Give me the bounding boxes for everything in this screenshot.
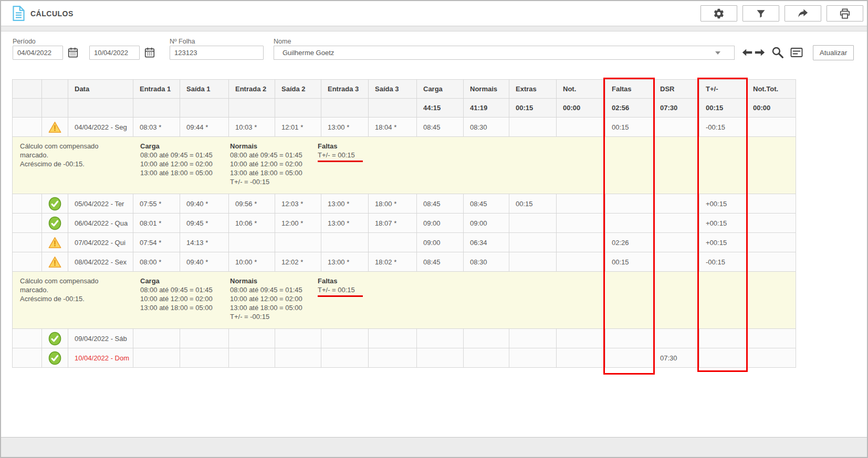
folha-label: Nº Folha xyxy=(170,38,195,45)
date-start-input[interactable] xyxy=(13,46,63,60)
page-title: CÁLCULOS xyxy=(30,9,74,18)
col-header-normais: Normais xyxy=(464,80,509,99)
detail-note: Cálculo com compensado marcado. Acréscim… xyxy=(20,142,110,168)
col-header-carga: Carga xyxy=(417,80,464,99)
col-header-saida3: Saída 3 xyxy=(369,80,417,99)
settings-button[interactable] xyxy=(700,5,737,22)
table-row: 08/04/2022 - Sex 08:00 * 09:40 * 10:00 *… xyxy=(13,252,796,272)
timesheet-table: Data Entrada 1 Saída 1 Entrada 2 Saída 2… xyxy=(12,79,796,368)
atualizar-button[interactable]: Atualizar xyxy=(813,45,854,60)
date-cell: 06/04/2022 - Qua xyxy=(68,214,133,233)
total-cell: 00:00 xyxy=(557,99,605,118)
chevron-down-icon xyxy=(715,51,720,55)
funnel-icon xyxy=(756,8,766,19)
col-header-entrada1: Entrada 1 xyxy=(133,80,180,99)
total-cell: 41:19 xyxy=(464,99,509,118)
printer-icon xyxy=(839,8,851,19)
total-cell xyxy=(321,99,369,118)
calculation-detail-row: Cálculo com compensado marcado. Acréscim… xyxy=(13,272,796,329)
date-cell: 05/04/2022 - Ter xyxy=(68,194,133,214)
detail-normais: Normais 08:00 até 09:45 = 01:45 10:00 at… xyxy=(230,142,302,186)
red-underline xyxy=(318,161,363,162)
col-header-status xyxy=(42,80,68,99)
col-header-dsr: DSR xyxy=(654,80,699,99)
calculation-detail-row: Cálculo com compensado marcado. Acréscim… xyxy=(13,137,796,194)
col-header-extras: Extras xyxy=(509,80,557,99)
total-cell: 00:15 xyxy=(509,99,557,118)
table-row: 09/04/2022 - Sáb xyxy=(13,329,796,348)
total-cell xyxy=(133,99,180,118)
warning-icon[interactable] xyxy=(42,256,68,268)
date-cell: 10/04/2022 - Dom xyxy=(68,348,133,368)
detail-carga: Carga 08:00 até 09:45 = 01:45 10:00 até … xyxy=(140,276,213,312)
success-icon[interactable] xyxy=(42,216,68,230)
nome-label: Nome xyxy=(274,38,291,45)
total-cell: 00:15 xyxy=(699,99,747,118)
date-cell: 08/04/2022 - Sex xyxy=(68,252,133,272)
detail-faltas: Faltas T+/- = 00:15 xyxy=(318,276,363,297)
col-header-select xyxy=(13,80,42,99)
total-cell: 02:56 xyxy=(605,99,654,118)
calendar-icon[interactable] xyxy=(67,47,79,58)
table-row: 07/04/2022 - Qui 07:54 * 14:13 * 09:00 0… xyxy=(13,233,796,252)
folha-input[interactable] xyxy=(170,46,264,60)
table-row: 10/04/2022 - Dom 07:30 xyxy=(13,348,796,368)
print-button[interactable] xyxy=(827,5,863,22)
top-bar: CÁLCULOS xyxy=(1,1,867,26)
date-cell: 09/04/2022 - Sáb xyxy=(68,329,133,348)
col-header-saida2: Saída 2 xyxy=(275,80,321,99)
total-cell xyxy=(229,99,275,118)
filter-button[interactable] xyxy=(742,5,779,22)
red-underline xyxy=(318,295,363,297)
totals-row: 44:15 41:19 00:15 00:00 02:56 07:30 00:1… xyxy=(13,99,796,118)
periodo-label: Período xyxy=(13,38,36,45)
success-icon[interactable] xyxy=(42,351,68,365)
list-view-icon[interactable] xyxy=(790,46,803,59)
search-icon[interactable] xyxy=(771,46,784,59)
col-header-entrada3: Entrada 3 xyxy=(321,80,369,99)
total-cell: 07:30 xyxy=(654,99,699,118)
col-header-not: Not. xyxy=(557,80,605,99)
table-row: 05/04/2022 - Ter 07:55 * 09:40 * 09:56 *… xyxy=(13,194,796,214)
previous-arrow-icon[interactable] xyxy=(741,46,753,59)
warning-icon[interactable] xyxy=(42,121,68,133)
success-icon[interactable] xyxy=(42,332,68,346)
main-panel: Período Nº Folha Nome Guilherme Goetz At… xyxy=(1,31,867,438)
col-header-tplus: T+/- xyxy=(699,80,747,99)
date-cell: 04/04/2022 - Seg xyxy=(68,118,133,137)
forward-arrow-icon xyxy=(797,8,809,19)
total-cell xyxy=(275,99,321,118)
calendar-icon[interactable] xyxy=(144,47,155,58)
col-header-nottot: Not.Tot. xyxy=(747,80,796,99)
export-button[interactable] xyxy=(785,5,821,22)
warning-icon[interactable] xyxy=(42,237,68,249)
date-cell: 07/04/2022 - Qui xyxy=(68,233,133,252)
success-icon[interactable] xyxy=(42,197,68,211)
col-header-saida1: Saída 1 xyxy=(180,80,229,99)
date-end-input[interactable] xyxy=(89,46,140,60)
detail-normais: Normais 08:00 até 09:45 = 01:45 10:00 at… xyxy=(230,276,302,321)
header-row: Data Entrada 1 Saída 1 Entrada 2 Saída 2… xyxy=(13,80,796,99)
nome-selected-value: Guilherme Goetz xyxy=(283,49,715,57)
col-header-faltas: Faltas xyxy=(605,80,654,99)
col-header-entrada2: Entrada 2 xyxy=(229,80,275,99)
gear-icon xyxy=(713,8,725,19)
table-row: 06/04/2022 - Qua 08:01 * 09:45 * 10:06 *… xyxy=(13,214,796,233)
table-row: 04/04/2022 - Seg 08:03 * 09:44 * 10:03 *… xyxy=(13,118,796,137)
total-cell: 00:00 xyxy=(747,99,796,118)
next-arrow-icon[interactable] xyxy=(754,46,766,59)
col-header-data: Data xyxy=(68,80,133,99)
total-cell xyxy=(369,99,417,118)
detail-carga: Carga 08:00 até 09:45 = 01:45 10:00 até … xyxy=(140,142,213,177)
detail-faltas: Faltas T+/- = 00:15 xyxy=(318,142,363,162)
total-cell xyxy=(180,99,229,118)
app-window: CÁLCULOS Período Nº Folha Nome Guilherme xyxy=(0,0,868,458)
nome-select[interactable]: Guilherme Goetz xyxy=(274,46,735,60)
document-icon xyxy=(12,6,26,21)
detail-note: Cálculo com compensado marcado. Acréscim… xyxy=(20,276,110,303)
total-cell: 44:15 xyxy=(417,99,464,118)
